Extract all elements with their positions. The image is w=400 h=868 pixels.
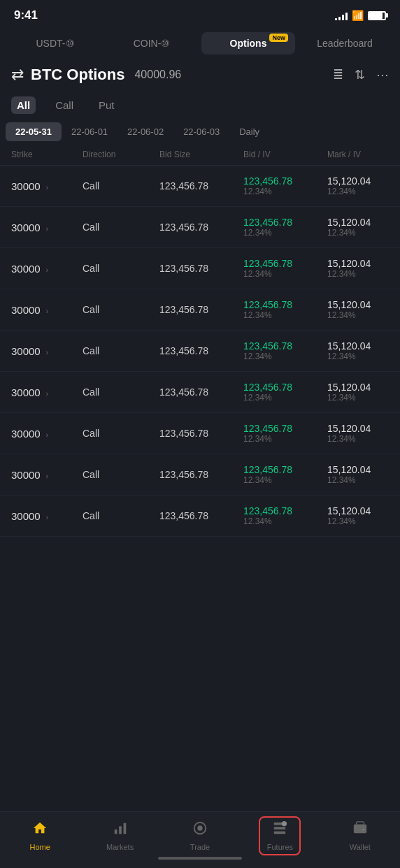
bidsize-cell: 123,456.78 xyxy=(154,304,238,315)
strike-cell: 30000 › xyxy=(0,510,77,522)
page-header: ⇄ BTC Options 40000.96 ≣ ⇅ ⋯ xyxy=(0,59,400,91)
markiv-cell: 15,120.04 12.34% xyxy=(322,505,400,526)
current-price: 40000.96 xyxy=(134,68,181,81)
markets-icon xyxy=(113,820,128,840)
bidsize-cell: 123,456.78 xyxy=(154,180,238,191)
svg-point-8 xyxy=(282,821,287,826)
table-header: Strike Direction Bid Size Bid / IV Mark … xyxy=(0,144,400,166)
direction-cell: Call xyxy=(77,510,154,521)
col-strike: Strike xyxy=(0,150,77,159)
bidiv-cell: 123,456.78 12.34% xyxy=(238,217,322,238)
filter-call[interactable]: Call xyxy=(50,96,79,114)
strike-cell: 30000 › xyxy=(0,428,77,440)
direction-cell: Call xyxy=(77,180,154,191)
options-table: Strike Direction Bid Size Bid / IV Mark … xyxy=(0,144,400,593)
bidiv-cell: 123,456.78 12.34% xyxy=(238,340,322,361)
filter-icon[interactable]: ≣ xyxy=(333,67,343,82)
top-tabs: USDT-⑩ COIN-⑩ Options New Leaderboard xyxy=(0,28,400,59)
svg-rect-0 xyxy=(114,830,117,834)
signal-icon xyxy=(335,10,348,20)
svg-rect-9 xyxy=(354,825,366,834)
date-tab-0[interactable]: 22-05-31 xyxy=(6,122,62,141)
markiv-cell: 15,120.04 12.34% xyxy=(322,299,400,320)
bidiv-cell: 123,456.78 12.34% xyxy=(238,299,322,320)
bidsize-cell: 123,456.78 xyxy=(154,428,238,439)
table-row[interactable]: 30000 › Call 123,456.78 123,456.78 12.34… xyxy=(0,289,400,331)
futures-icon xyxy=(272,820,287,840)
bidiv-cell: 123,456.78 12.34% xyxy=(238,175,322,196)
swap-icon[interactable]: ⇄ xyxy=(11,66,24,84)
direction-cell: Call xyxy=(77,304,154,315)
date-tabs: 22-05-31 22-06-01 22-06-02 22-06-03 Dail… xyxy=(0,120,400,144)
table-row[interactable]: 30000 › Call 123,456.78 123,456.78 12.34… xyxy=(0,454,400,496)
home-icon xyxy=(32,820,48,840)
strike-cell: 30000 › xyxy=(0,222,77,233)
page-title: BTC Options xyxy=(31,66,124,84)
table-row[interactable]: 30000 › Call 123,456.78 123,456.78 12.34… xyxy=(0,413,400,454)
bidsize-cell: 123,456.78 xyxy=(154,386,238,398)
col-direction: Direction xyxy=(77,150,154,159)
bidsize-cell: 123,456.78 xyxy=(154,469,238,480)
table-row[interactable]: 30000 › Call 123,456.78 123,456.78 12.34… xyxy=(0,331,400,372)
col-bidsize: Bid Size xyxy=(154,150,238,159)
wallet-icon xyxy=(352,820,368,840)
table-row[interactable]: 30000 › Call 123,456.78 123,456.78 12.34… xyxy=(0,496,400,537)
markiv-cell: 15,120.04 12.34% xyxy=(322,175,400,196)
date-tab-4[interactable]: Daily xyxy=(229,122,269,141)
bidiv-cell: 123,456.78 12.34% xyxy=(238,464,322,485)
bidsize-cell: 123,456.78 xyxy=(154,510,238,521)
markiv-cell: 15,120.04 12.34% xyxy=(322,423,400,444)
status-time: 9:41 xyxy=(14,8,38,22)
svg-rect-2 xyxy=(123,823,126,834)
markiv-cell: 15,120.04 12.34% xyxy=(322,258,400,279)
strike-cell: 30000 › xyxy=(0,304,77,316)
col-bidiv: Bid / IV xyxy=(238,150,322,159)
strike-cell: 30000 › xyxy=(0,180,77,192)
bidiv-cell: 123,456.78 12.34% xyxy=(238,423,322,444)
col-markiv: Mark / IV xyxy=(322,150,400,159)
status-bar: 9:41 📶 xyxy=(0,0,400,28)
strike-cell: 30000 › xyxy=(0,263,77,275)
svg-rect-5 xyxy=(274,823,286,825)
date-tab-3[interactable]: 22-06-03 xyxy=(173,122,229,141)
direction-cell: Call xyxy=(77,428,154,439)
filter-all[interactable]: All xyxy=(11,96,36,114)
tab-coin[interactable]: COIN-⑩ xyxy=(105,32,199,55)
markiv-cell: 15,120.04 12.34% xyxy=(322,382,400,403)
strike-cell: 30000 › xyxy=(0,345,77,357)
wifi-icon: 📶 xyxy=(352,10,364,21)
more-icon[interactable]: ⋯ xyxy=(376,67,389,82)
bidiv-cell: 123,456.78 12.34% xyxy=(238,505,322,526)
svg-rect-6 xyxy=(274,827,286,830)
direction-cell: Call xyxy=(77,469,154,480)
strike-cell: 30000 › xyxy=(0,469,77,481)
battery-icon xyxy=(368,11,386,20)
strike-cell: 30000 › xyxy=(0,386,77,398)
svg-point-4 xyxy=(198,826,202,830)
filter-tabs: All Call Put xyxy=(0,91,400,120)
trade-icon xyxy=(192,820,208,840)
markiv-cell: 15,120.04 12.34% xyxy=(322,464,400,485)
date-tab-2[interactable]: 22-06-02 xyxy=(117,122,173,141)
tab-leaderboard[interactable]: Leaderboard xyxy=(298,32,392,55)
table-body: 30000 › Call 123,456.78 123,456.78 12.34… xyxy=(0,166,400,537)
table-row[interactable]: 30000 › Call 123,456.78 123,456.78 12.34… xyxy=(0,207,400,248)
table-row[interactable]: 30000 › Call 123,456.78 123,456.78 12.34… xyxy=(0,372,400,413)
direction-cell: Call xyxy=(77,222,154,233)
direction-cell: Call xyxy=(77,345,154,356)
filter-put[interactable]: Put xyxy=(93,96,120,114)
svg-rect-1 xyxy=(119,826,122,834)
direction-cell: Call xyxy=(77,263,154,274)
tab-usdt[interactable]: USDT-⑩ xyxy=(8,32,102,55)
bidsize-cell: 123,456.78 xyxy=(154,345,238,356)
bidiv-cell: 123,456.78 12.34% xyxy=(238,258,322,279)
date-tab-1[interactable]: 22-06-01 xyxy=(62,122,117,141)
sort-icon[interactable]: ⇅ xyxy=(355,67,365,82)
new-badge: New xyxy=(269,34,288,42)
home-indicator xyxy=(0,844,400,865)
markiv-cell: 15,120.04 12.34% xyxy=(322,217,400,238)
table-row[interactable]: 30000 › Call 123,456.78 123,456.78 12.34… xyxy=(0,248,400,289)
tab-options[interactable]: Options New xyxy=(201,32,295,55)
table-row[interactable]: 30000 › Call 123,456.78 123,456.78 12.34… xyxy=(0,166,400,207)
bidiv-cell: 123,456.78 12.34% xyxy=(238,382,322,403)
